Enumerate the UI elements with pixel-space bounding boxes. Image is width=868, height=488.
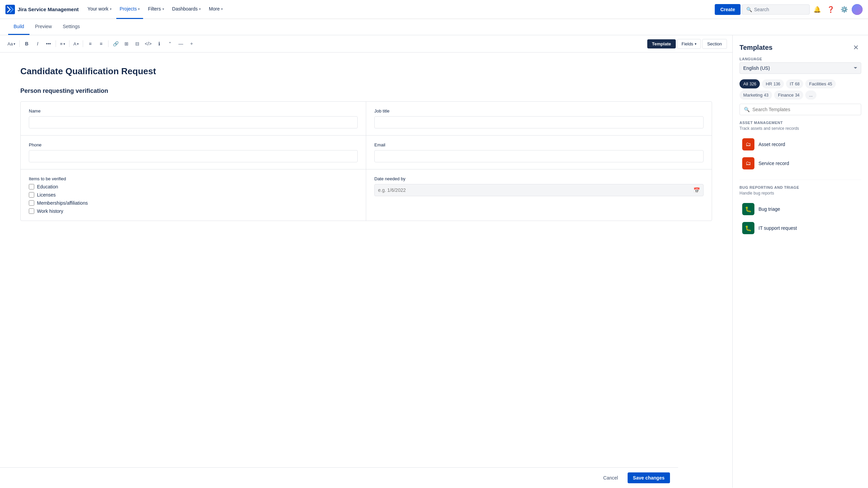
filter-chip-it[interactable]: IT 68: [786, 79, 803, 88]
chevron-down-icon: ▾: [77, 42, 79, 46]
job-title-cell: Job title: [366, 102, 712, 136]
top-navigation: Jira Service Management Your work ▾ Proj…: [0, 0, 868, 19]
toolbar-separator: [69, 40, 70, 47]
nav-projects[interactable]: Projects ▾: [116, 0, 143, 19]
app-name: Jira Service Management: [18, 6, 79, 12]
code-button[interactable]: </>: [143, 39, 153, 49]
tab-settings[interactable]: Settings: [57, 19, 85, 35]
nav-filters[interactable]: Filters ▾: [144, 0, 167, 19]
language-select[interactable]: English (US) French German Spanish: [739, 62, 861, 74]
email-cell: Email: [366, 136, 712, 169]
settings-button[interactable]: ⚙️: [838, 3, 850, 16]
notifications-button[interactable]: 🔔: [811, 3, 823, 16]
close-templates-button[interactable]: ✕: [850, 42, 861, 53]
date-cell: Date needed by 📅: [366, 169, 712, 221]
font-size-dropdown[interactable]: Aa ▾: [5, 40, 17, 48]
app-logo[interactable]: Jira Service Management: [5, 5, 79, 14]
category-desc: Track assets and service records: [739, 126, 861, 131]
save-button[interactable]: Save changes: [628, 472, 670, 483]
nav-more[interactable]: More ▾: [205, 0, 226, 19]
templates-list: ASSET MANAGEMENT Track assets and servic…: [733, 121, 868, 488]
date-input-wrap: 📅: [374, 184, 704, 196]
template-item-it-support[interactable]: 🐛 IT support request: [739, 219, 861, 238]
filter-chip-hr[interactable]: HR 136: [762, 79, 784, 88]
search-icon: 🔍: [746, 7, 752, 12]
fields-button[interactable]: Fields ▾: [677, 39, 701, 49]
create-button[interactable]: Create: [715, 4, 741, 15]
calendar-icon: 📅: [693, 187, 700, 194]
section-button[interactable]: Section: [702, 39, 727, 49]
nav-your-work[interactable]: Your work ▾: [84, 0, 115, 19]
filter-chip-all[interactable]: All 326: [739, 79, 760, 88]
items-verify-cell: Items to be verified Education Licenses: [21, 169, 366, 221]
template-name-it-support: IT support request: [758, 225, 797, 231]
templates-title: Templates: [739, 44, 772, 52]
divider-button[interactable]: —: [176, 39, 186, 49]
date-input[interactable]: [374, 184, 704, 196]
template-item-bug-triage[interactable]: 🐛 Bug triage: [739, 200, 861, 219]
templates-search-input[interactable]: [752, 107, 857, 112]
more-format-button[interactable]: •••: [43, 39, 54, 49]
date-label: Date needed by: [374, 176, 704, 181]
main-layout: Aa ▾ B I ••• ≡ ▾ A ▾ ≡ ≡ 🔗 ⊞ ⊟ </>: [0, 35, 868, 488]
category-asset-management: ASSET MANAGEMENT Track assets and servic…: [739, 121, 861, 173]
memberships-checkbox[interactable]: Memberships/affiliations: [29, 200, 358, 206]
category-title: ASSET MANAGEMENT: [739, 121, 861, 125]
quote-button[interactable]: ": [165, 39, 175, 49]
chevron-down-icon: ▾: [138, 7, 140, 11]
education-checkbox[interactable]: Education: [29, 184, 358, 189]
template-item-asset-record[interactable]: 🗂 Asset record: [739, 135, 861, 154]
job-title-input[interactable]: [374, 116, 704, 128]
italic-button[interactable]: I: [33, 39, 43, 49]
bold-button[interactable]: B: [22, 39, 32, 49]
section-title: Person requesting verification: [20, 87, 712, 95]
layout-button[interactable]: ⊟: [132, 39, 142, 49]
align-dropdown[interactable]: ≡ ▾: [58, 40, 67, 48]
chevron-down-icon: ▾: [110, 7, 112, 11]
ordered-list-button[interactable]: ≡: [96, 39, 106, 49]
toolbar-right: Template Fields ▾ Section: [647, 39, 727, 49]
templates-search-box[interactable]: 🔍: [739, 104, 861, 115]
user-avatar[interactable]: [852, 4, 863, 15]
job-title-label: Job title: [374, 108, 704, 114]
table-button[interactable]: ⊞: [121, 39, 132, 49]
name-input[interactable]: [29, 116, 358, 128]
text-color-dropdown[interactable]: A ▾: [72, 40, 81, 48]
work-history-checkbox[interactable]: Work history: [29, 208, 358, 214]
items-verify-label: Items to be verified: [29, 176, 358, 181]
category-bug-reporting: BUG REPORTING AND TRIAGE Handle bug repo…: [739, 185, 861, 238]
template-icon-asset: 🗂: [742, 138, 754, 150]
toolbar-separator: [19, 40, 20, 47]
tab-build[interactable]: Build: [8, 19, 29, 35]
template-item-service-record[interactable]: 🗂 Service record: [739, 154, 861, 173]
editor-content: Candidate Qualification Request Person r…: [0, 53, 732, 488]
tab-bar: Build Preview Settings: [0, 19, 868, 35]
form-grid: Name Job title Phone Email: [20, 101, 712, 221]
templates-panel: Templates ✕ LANGUAGE English (US) French…: [732, 35, 868, 488]
template-icon-service: 🗂: [742, 157, 754, 169]
cancel-button[interactable]: Cancel: [598, 472, 624, 483]
checkbox-group: Education Licenses Memberships/affiliati…: [29, 184, 358, 214]
tab-preview[interactable]: Preview: [29, 19, 57, 35]
chevron-down-icon: ▾: [14, 42, 15, 46]
chevron-down-icon: ▾: [63, 42, 65, 46]
templates-search-wrap: 🔍: [733, 104, 868, 121]
phone-input[interactable]: [29, 150, 358, 162]
filter-chip-marketing[interactable]: Marketing 43: [739, 90, 772, 100]
info-button[interactable]: ℹ: [154, 39, 164, 49]
search-box[interactable]: 🔍 Search: [742, 4, 810, 15]
licenses-checkbox[interactable]: Licenses: [29, 192, 358, 198]
filter-chip-facilities[interactable]: Facilities 45: [805, 79, 836, 88]
more-options-button[interactable]: ＋: [186, 39, 197, 49]
link-button[interactable]: 🔗: [111, 39, 121, 49]
bullet-list-button[interactable]: ≡: [85, 39, 95, 49]
help-button[interactable]: ❓: [825, 3, 837, 16]
email-input[interactable]: [374, 150, 704, 162]
filter-chip-finance[interactable]: Finance 34: [774, 90, 803, 100]
nav-dashboards[interactable]: Dashboards ▾: [169, 0, 204, 19]
template-button[interactable]: Template: [647, 39, 676, 48]
filter-chip-more[interactable]: ...: [805, 90, 816, 100]
template-name-asset: Asset record: [758, 142, 785, 147]
template-name-service: Service record: [758, 161, 789, 166]
search-placeholder: Search: [754, 7, 769, 12]
